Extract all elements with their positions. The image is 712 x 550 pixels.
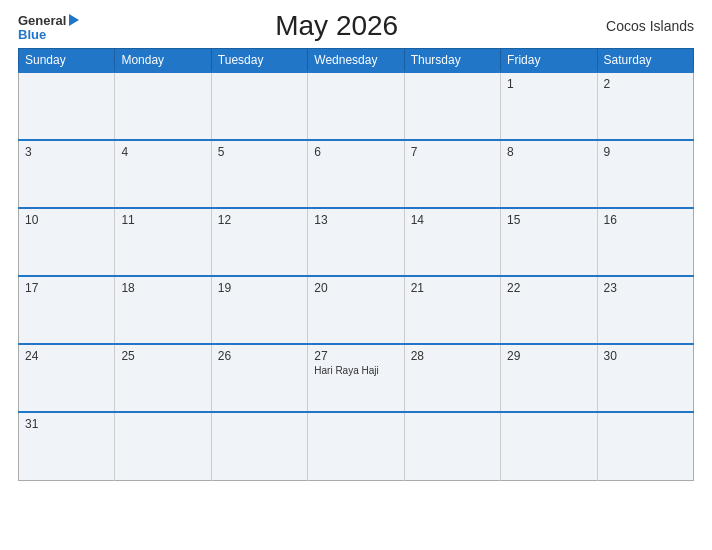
logo-flag-icon [69,14,79,26]
day-header-tuesday: Tuesday [211,49,307,73]
day-number: 28 [411,349,494,363]
calendar-cell: 24 [19,344,115,412]
empty-cell [19,72,115,140]
day-number: 21 [411,281,494,295]
calendar-cell [115,72,211,140]
calendar-cell: 9 [597,140,693,208]
day-number: 30 [604,349,687,363]
week-row-1: 3456789 [19,140,694,208]
calendar-cell: 3 [19,140,115,208]
calendar-cell: 21 [404,276,500,344]
day-number: 22 [507,281,590,295]
calendar-table: SundayMondayTuesdayWednesdayThursdayFrid… [18,48,694,481]
event-label: Hari Raya Haji [314,365,397,376]
calendar-cell: 4 [115,140,211,208]
calendar-cell: 13 [308,208,404,276]
calendar-cell: 8 [501,140,597,208]
day-number: 12 [218,213,301,227]
week-row-3: 17181920212223 [19,276,694,344]
day-header-thursday: Thursday [404,49,500,73]
day-number: 19 [218,281,301,295]
day-number: 9 [604,145,687,159]
calendar-cell: 26 [211,344,307,412]
logo: General Blue [18,12,79,41]
calendar-cell: 15 [501,208,597,276]
day-number: 14 [411,213,494,227]
calendar-cell [308,412,404,480]
day-header-monday: Monday [115,49,211,73]
calendar-cell: 1 [501,72,597,140]
calendar-cell: 22 [501,276,597,344]
calendar-cell: 17 [19,276,115,344]
calendar-cell [597,412,693,480]
calendar-cell: 6 [308,140,404,208]
day-header-sunday: Sunday [19,49,115,73]
day-number: 6 [314,145,397,159]
calendar-cell: 27Hari Raya Haji [308,344,404,412]
calendar-cell: 16 [597,208,693,276]
day-number: 16 [604,213,687,227]
calendar-cell [404,72,500,140]
calendar-cell: 28 [404,344,500,412]
day-number: 17 [25,281,108,295]
calendar-cell: 18 [115,276,211,344]
day-number: 31 [25,417,108,431]
day-number: 1 [507,77,590,91]
calendar-cell [211,412,307,480]
calendar-cell: 14 [404,208,500,276]
day-number: 2 [604,77,687,91]
week-row-0: 12 [19,72,694,140]
calendar-header-row: SundayMondayTuesdayWednesdayThursdayFrid… [19,49,694,73]
logo-general: General [18,12,79,28]
day-number: 7 [411,145,494,159]
week-row-4: 24252627Hari Raya Haji282930 [19,344,694,412]
calendar-title: May 2026 [79,10,594,42]
week-row-2: 10111213141516 [19,208,694,276]
logo-blue-text: Blue [18,28,46,41]
day-number: 26 [218,349,301,363]
week-row-5: 31 [19,412,694,480]
day-header-friday: Friday [501,49,597,73]
day-number: 18 [121,281,204,295]
day-number: 13 [314,213,397,227]
day-number: 11 [121,213,204,227]
calendar-cell: 2 [597,72,693,140]
calendar-cell: 20 [308,276,404,344]
calendar-cell: 23 [597,276,693,344]
calendar-cell: 19 [211,276,307,344]
day-number: 10 [25,213,108,227]
day-number: 27 [314,349,397,363]
day-number: 4 [121,145,204,159]
calendar-cell [308,72,404,140]
calendar-cell: 30 [597,344,693,412]
calendar-cell: 5 [211,140,307,208]
day-header-wednesday: Wednesday [308,49,404,73]
calendar-cell: 31 [19,412,115,480]
day-number: 15 [507,213,590,227]
calendar-cell: 10 [19,208,115,276]
calendar-cell [501,412,597,480]
region-label: Cocos Islands [594,18,694,34]
day-number: 8 [507,145,590,159]
day-number: 24 [25,349,108,363]
calendar-cell [115,412,211,480]
day-number: 20 [314,281,397,295]
calendar-cell: 11 [115,208,211,276]
calendar-cell: 7 [404,140,500,208]
day-header-saturday: Saturday [597,49,693,73]
logo-general-text: General [18,13,66,28]
day-number: 3 [25,145,108,159]
calendar-cell [211,72,307,140]
day-number: 25 [121,349,204,363]
day-number: 29 [507,349,590,363]
calendar-cell: 25 [115,344,211,412]
day-number: 5 [218,145,301,159]
calendar-cell: 12 [211,208,307,276]
calendar-cell [404,412,500,480]
calendar-cell: 29 [501,344,597,412]
day-number: 23 [604,281,687,295]
header: General Blue May 2026 Cocos Islands [18,10,694,42]
